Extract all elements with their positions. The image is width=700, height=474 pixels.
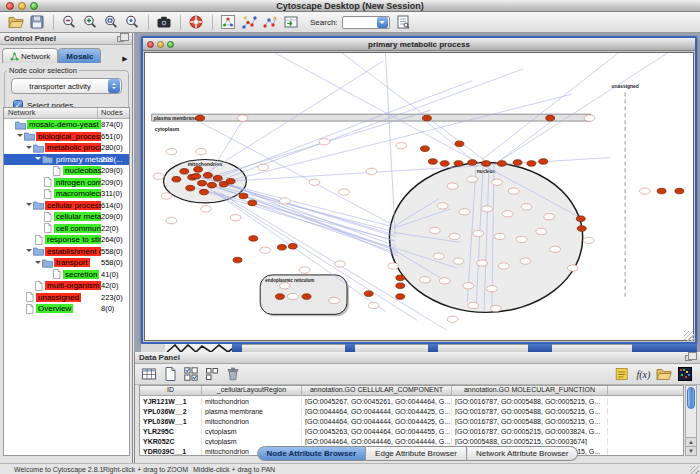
tree-row-label: Overview — [36, 304, 73, 313]
window-title: Cytoscape Desktop (New Session) — [0, 1, 700, 11]
file-icon — [51, 269, 63, 279]
app-resize-grip[interactable] — [690, 466, 699, 474]
network-view-window[interactable]: primary metabolic process plasma membran… — [141, 36, 697, 344]
tree-row-primary-metabo[interactable]: primary metabo209(... — [4, 154, 129, 166]
scrollbar-thumb[interactable] — [687, 387, 695, 409]
tree-expander-icon[interactable] — [25, 247, 33, 255]
occluded-window-edge — [232, 344, 242, 352]
table-row[interactable]: YLR295Ccytoplasm[GO:0045263, GO:0044464,… — [140, 426, 683, 436]
tree-expander-icon[interactable] — [34, 155, 42, 163]
table-cell: YPL036W__1 — [140, 418, 202, 425]
tree-expander-icon[interactable] — [34, 259, 42, 267]
network-tree: Network Nodes mosaic-demo-yeast874(0)bio… — [3, 107, 130, 456]
zoom-out-icon[interactable] — [60, 13, 79, 32]
table-scrollbar[interactable]: ▲ ▼ — [685, 385, 697, 456]
tree-expander-icon[interactable] — [25, 201, 33, 209]
tree-row-mosaic-demo-yeast[interactable]: mosaic-demo-yeast874(0) — [4, 119, 129, 131]
help-lifering-icon[interactable] — [187, 13, 206, 32]
table-col-header[interactable]: _cellularLayoutRegion — [202, 386, 302, 395]
unselect-all-attributes-icon[interactable] — [203, 365, 222, 384]
network-node — [577, 226, 586, 232]
tree-row-transport[interactable]: transport558(0) — [4, 257, 129, 269]
node-color-dropdown[interactable]: transporter activity — [11, 78, 122, 94]
data-panel-toolbar: f(x) — [135, 364, 700, 385]
table-row[interactable]: YJR121W__1mitochondrion[GO:0045267, GO:0… — [140, 396, 683, 406]
network-node — [288, 244, 297, 250]
tree-expander-spacer — [43, 270, 51, 278]
tree-row-multi-organism-pro[interactable]: multi-organism pro42(0) — [4, 280, 129, 292]
table-col-header[interactable]: ID — [140, 386, 202, 395]
search-options-icon[interactable] — [394, 13, 413, 32]
network-node-unexpressed — [196, 148, 207, 154]
open-file-icon[interactable] — [7, 13, 26, 32]
attribute-select-icon[interactable] — [140, 365, 159, 384]
new-attribute-icon[interactable] — [161, 365, 180, 384]
zoom-selected-icon[interactable] — [123, 13, 142, 32]
table-row[interactable]: YPL036W__2plasma membrane[GO:0044464, GO… — [140, 406, 683, 416]
table-cell: [GO:0044464, GO:0044444, GO:0044425, G..… — [302, 418, 452, 425]
network-node — [396, 294, 405, 300]
tree-row-overview[interactable]: Overview8(0) — [4, 303, 129, 315]
zoom-in-icon[interactable] — [81, 13, 100, 32]
apply-layout-icon[interactable] — [240, 13, 259, 32]
tree-row-macromolecule[interactable]: macromolecule311(0) — [4, 188, 129, 200]
tree-row-metabolic-process[interactable]: metabolic process280(0) — [4, 142, 129, 154]
network-canvas[interactable]: plasma membranecytoplasmmitochondrionnuc… — [144, 52, 694, 341]
view-window-titlebar[interactable]: primary metabolic process — [143, 38, 695, 51]
tab-node-attribute-browser[interactable]: Node Attribute Browser — [257, 446, 367, 461]
function-builder-icon[interactable]: f(x) — [634, 365, 653, 384]
select-all-attributes-icon[interactable] — [182, 365, 201, 384]
import-network-icon[interactable] — [282, 13, 301, 32]
tree-expander-spacer — [34, 178, 42, 186]
tab-overflow-arrow[interactable]: ▶ — [119, 55, 131, 63]
tab-network[interactable]: Network — [2, 48, 58, 63]
tree-col-nodes[interactable]: Nodes — [98, 108, 129, 118]
status-zoom-hint: Right-click + drag to ZOOM — [103, 466, 188, 473]
tree-expander-icon[interactable] — [16, 132, 24, 140]
view-resize-grip[interactable] — [684, 331, 694, 341]
save-session-icon[interactable] — [28, 13, 47, 32]
tree-row-cellular-metabo[interactable]: cellular metabo209(0) — [4, 211, 129, 223]
table-row[interactable]: YPL036W__1mitochondrion[GO:0044464, GO:0… — [140, 416, 683, 426]
tab-edge-attribute-browser[interactable]: Edge Attribute Browser — [366, 446, 467, 461]
network-node — [204, 173, 213, 179]
tree-row-nucleobase-[interactable]: nucleobase-209(0) — [4, 165, 129, 177]
search-input[interactable] — [342, 16, 390, 29]
network-node-unexpressed — [237, 115, 248, 121]
float-panel-icon[interactable] — [117, 36, 124, 42]
destroy-network-icon[interactable] — [261, 13, 280, 32]
tab-network-attribute-browser[interactable]: Network Attribute Browser — [467, 446, 578, 461]
search-dropdown-icon[interactable] — [377, 17, 388, 28]
scroll-down-arrow[interactable]: ▼ — [686, 446, 696, 455]
tree-col-network[interactable]: Network — [4, 108, 98, 118]
matrix-view-icon[interactable] — [676, 365, 695, 384]
snapshot-camera-icon[interactable] — [155, 13, 174, 32]
network-overview-icon[interactable] — [219, 13, 238, 32]
data-panel: Data Panel f(x) ID_cellularLayoutRegiona… — [134, 352, 700, 463]
network-tab-icon — [10, 52, 19, 61]
tree-expander-icon[interactable] — [25, 144, 33, 152]
folder-icon — [42, 154, 54, 164]
zoom-fit-icon[interactable] — [102, 13, 121, 32]
scroll-up-arrow[interactable]: ▲ — [686, 437, 696, 446]
tree-row-biological-process[interactable]: biological_process651(0) — [4, 131, 129, 143]
table-col-header[interactable]: annotation.GO CELLULAR_COMPONENT — [302, 386, 452, 395]
tree-row-nitrogen-compo[interactable]: nitrogen compo209(0) — [4, 177, 129, 189]
tree-row-unassigned[interactable]: unassigned223(0) — [4, 292, 129, 304]
delete-attribute-icon[interactable] — [224, 365, 243, 384]
attribute-notes-icon[interactable] — [613, 365, 632, 384]
tree-row-cell-communicat[interactable]: cell communicat22(0) — [4, 223, 129, 235]
tree-row-establishment-of-lo[interactable]: establishment of lo558(0) — [4, 246, 129, 258]
tree-row-response-to-stimulu[interactable]: response to stimulu264(0) — [4, 234, 129, 246]
table-row[interactable]: YKR052Ccytoplasm[GO:0044464, GO:0044446,… — [140, 436, 683, 446]
network-node-unexpressed — [329, 297, 340, 303]
table-col-header[interactable]: annotation.GO MOLECULAR_FUNCTION — [452, 386, 608, 395]
import-attributes-icon[interactable] — [655, 365, 674, 384]
tab-mosaic[interactable]: Mosaic — [58, 48, 101, 63]
network-node — [196, 115, 205, 121]
tree-row-cellular-process[interactable]: cellular process614(0) — [4, 200, 129, 212]
tree-row-secretion[interactable]: secretion41(0) — [4, 269, 129, 281]
tab-mosaic-label: Mosaic — [66, 52, 93, 61]
float-data-panel-icon[interactable] — [685, 355, 692, 361]
control-panel-title: Control Panel — [4, 34, 56, 43]
